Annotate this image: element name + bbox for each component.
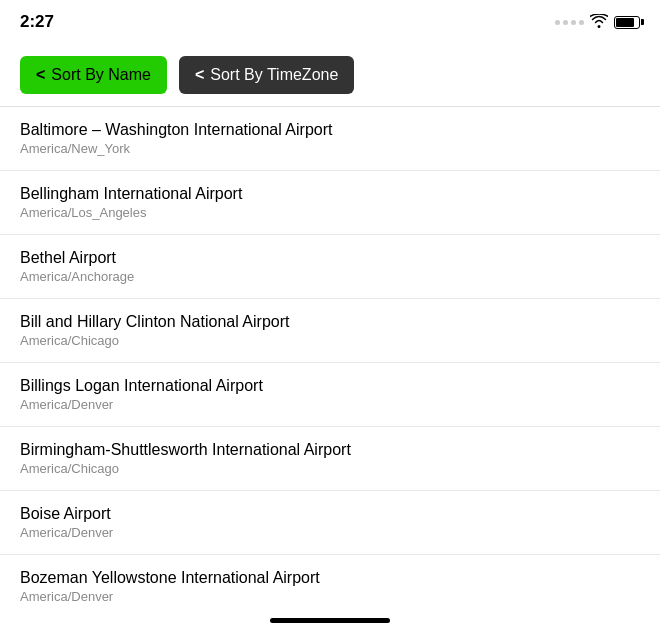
airport-name: Bellingham International Airport (20, 185, 640, 203)
list-item[interactable]: Billings Logan International AirportAmer… (0, 363, 660, 427)
list-item[interactable]: Birmingham-Shuttlesworth International A… (0, 427, 660, 491)
airport-name: Bethel Airport (20, 249, 640, 267)
airport-name: Billings Logan International Airport (20, 377, 640, 395)
status-bar: 2:27 (0, 0, 660, 44)
list-item[interactable]: Bill and Hillary Clinton National Airpor… (0, 299, 660, 363)
status-icons (555, 14, 640, 31)
toolbar: < Sort By Name < Sort By TimeZone (0, 44, 660, 106)
bottom-bar (0, 603, 660, 637)
airport-name: Bill and Hillary Clinton National Airpor… (20, 313, 640, 331)
airport-timezone: America/Denver (20, 589, 640, 603)
airport-name: Birmingham-Shuttlesworth International A… (20, 441, 640, 459)
airport-list: Baltimore – Washington International Air… (0, 106, 660, 603)
phone-frame: 2:27 < (0, 0, 660, 637)
sort-by-name-label: Sort By Name (51, 66, 151, 84)
airport-timezone: America/Denver (20, 397, 640, 412)
airport-name: Bozeman Yellowstone International Airpor… (20, 569, 640, 587)
airport-timezone: America/Chicago (20, 333, 640, 348)
wifi-icon (590, 14, 608, 31)
airport-timezone: America/New_York (20, 141, 640, 156)
list-item[interactable]: Bellingham International AirportAmerica/… (0, 171, 660, 235)
airport-timezone: America/Chicago (20, 461, 640, 476)
sort-by-name-button[interactable]: < Sort By Name (20, 56, 167, 94)
sort-by-timezone-button[interactable]: < Sort By TimeZone (179, 56, 354, 94)
sort-by-name-icon: < (36, 66, 45, 84)
airport-timezone: America/Denver (20, 525, 640, 540)
list-item[interactable]: Baltimore – Washington International Air… (0, 107, 660, 171)
airport-name: Baltimore – Washington International Air… (20, 121, 640, 139)
signal-dots-icon (555, 20, 584, 25)
home-indicator (270, 618, 390, 623)
airport-name: Boise Airport (20, 505, 640, 523)
sort-by-timezone-label: Sort By TimeZone (210, 66, 338, 84)
airport-timezone: America/Anchorage (20, 269, 640, 284)
list-item[interactable]: Bozeman Yellowstone International Airpor… (0, 555, 660, 603)
airport-list-container[interactable]: Baltimore – Washington International Air… (0, 106, 660, 603)
battery-icon (614, 16, 640, 29)
status-time: 2:27 (20, 12, 54, 32)
airport-timezone: America/Los_Angeles (20, 205, 640, 220)
list-item[interactable]: Boise AirportAmerica/Denver (0, 491, 660, 555)
sort-by-timezone-icon: < (195, 66, 204, 84)
list-item[interactable]: Bethel AirportAmerica/Anchorage (0, 235, 660, 299)
